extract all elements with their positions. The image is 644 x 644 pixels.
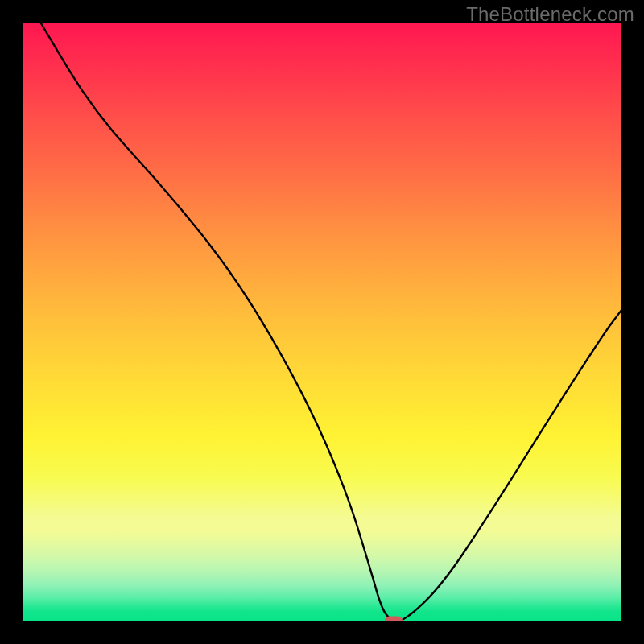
bottleneck-curve [23, 23, 621, 621]
plot-area [23, 23, 621, 621]
chart-frame: TheBottleneck.com [0, 0, 644, 644]
optimum-marker [385, 617, 402, 622]
watermark-label: TheBottleneck.com [466, 3, 634, 26]
curve-path [40, 23, 621, 621]
